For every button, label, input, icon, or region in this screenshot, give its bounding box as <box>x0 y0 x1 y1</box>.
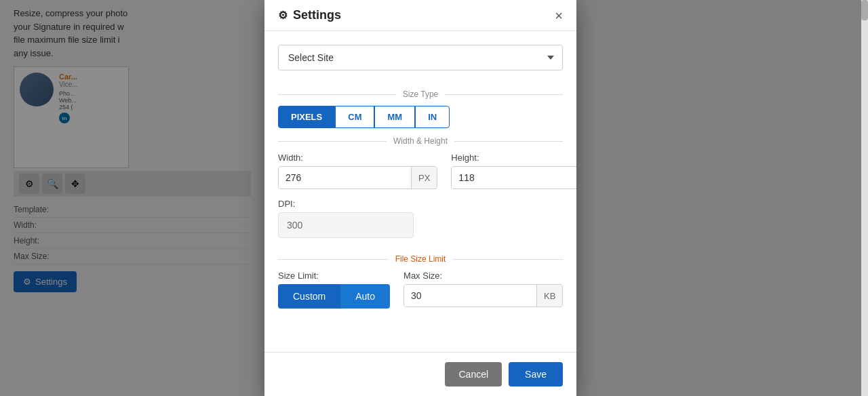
max-size-input-group: KB <box>403 284 563 307</box>
height-input[interactable] <box>452 167 576 189</box>
save-button[interactable]: Save <box>509 362 563 387</box>
modal-body: Select Site Size Type PIXELS CM MM IN Wi… <box>264 31 576 352</box>
size-type-in[interactable]: IN <box>415 106 450 128</box>
size-type-mm[interactable]: MM <box>374 106 415 128</box>
modal-header: ⚙ Settings × <box>264 0 576 31</box>
width-input[interactable] <box>279 167 411 189</box>
settings-gear-icon: ⚙ <box>278 9 288 22</box>
height-input-group: PX <box>451 166 576 189</box>
select-site-dropdown[interactable]: Select Site <box>278 45 563 71</box>
size-limit-buttons: Custom Auto <box>278 284 390 309</box>
max-size-group: Max Size: KB <box>403 271 563 307</box>
height-group: Height: PX <box>451 153 576 189</box>
size-type-divider: Size Type <box>278 90 563 99</box>
size-type-cm[interactable]: CM <box>335 106 374 128</box>
size-limit-left: Size Limit: Custom Auto <box>278 271 390 309</box>
size-type-label: Size Type <box>403 90 438 99</box>
width-input-group: PX <box>278 166 437 189</box>
max-size-unit: KB <box>536 285 562 306</box>
scrollbar-thumb[interactable] <box>861 0 868 20</box>
height-label: Height: <box>451 153 576 163</box>
width-label: Width: <box>278 153 437 163</box>
width-height-label: Width & Height <box>393 136 448 146</box>
modal-footer: Cancel Save <box>264 352 576 396</box>
file-size-label: File Size Limit <box>395 254 446 264</box>
size-limit-label: Size Limit: <box>278 271 390 281</box>
size-type-pixels[interactable]: PIXELS <box>278 106 335 128</box>
max-size-input[interactable] <box>404 285 536 306</box>
width-group: Width: PX <box>278 153 437 189</box>
max-size-label: Max Size: <box>403 271 563 281</box>
dpi-input[interactable] <box>278 212 414 238</box>
size-limit-row: Size Limit: Custom Auto Max Size: KB <box>278 271 563 309</box>
modal-title: ⚙ Settings <box>278 8 341 22</box>
modal-close-button[interactable]: × <box>555 9 563 22</box>
file-size-divider: File Size Limit <box>278 254 563 264</box>
width-height-divider: Width & Height <box>278 136 563 146</box>
width-height-row: Width: PX Height: PX <box>278 153 563 189</box>
auto-button[interactable]: Auto <box>340 284 390 309</box>
settings-modal: ⚙ Settings × Select Site Size Type PIXEL… <box>264 0 576 396</box>
scrollbar[interactable] <box>861 0 868 396</box>
dpi-label: DPI: <box>278 199 563 209</box>
width-unit: PX <box>411 167 437 189</box>
cancel-button[interactable]: Cancel <box>445 362 502 387</box>
custom-button[interactable]: Custom <box>278 284 340 309</box>
size-type-buttons: PIXELS CM MM IN <box>278 106 563 128</box>
